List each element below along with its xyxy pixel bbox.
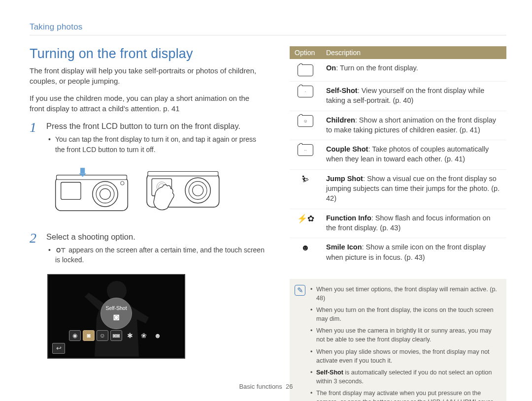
option-label: Smile Icon — [326, 243, 362, 251]
option-label: Jump Shot — [326, 175, 363, 183]
table-row: ☺Children: Show a short animation on the… — [290, 111, 506, 140]
step-bullet: You can tap the front display to turn it… — [48, 134, 266, 154]
option-description-cell: On: Turn on the front display. — [321, 59, 506, 82]
svg-rect-1 — [57, 175, 127, 180]
intro-paragraph-2: If you use the children mode, you can pl… — [30, 93, 266, 114]
bubble-label: Self-Shot — [105, 305, 127, 311]
note-icon: ✎ — [295, 285, 305, 296]
option-label: Couple Shot — [326, 145, 368, 153]
on-icon[interactable]: ◉ — [69, 330, 81, 341]
option-label: Function Info — [326, 214, 371, 222]
step-1: 1 Press the front LCD button to turn on … — [30, 121, 266, 156]
couple-shot-icon: ·· — [298, 144, 313, 156]
mode-icon-row: ◉◙☺◙◙✱❀☻ — [69, 330, 164, 341]
step-2: 2 Select a shooting option. O⊤ appears o… — [30, 231, 266, 267]
page-title: Turning on the front display — [30, 46, 266, 62]
option-label: On — [326, 64, 336, 72]
svg-rect-10 — [148, 171, 218, 176]
camera-tap-display-illustration — [141, 163, 230, 217]
table-row: On: Turn on the front display. — [290, 59, 506, 82]
table-row: ⚡✿Function Info: Show flash and focus in… — [290, 209, 506, 238]
svg-point-4 — [100, 188, 111, 199]
svg-rect-6 — [80, 168, 85, 173]
option-description-cell: Jump Shot: Show a visual cue on the fron… — [321, 169, 506, 209]
table-row: ⛷Jump Shot: Show a visual cue on the fro… — [290, 169, 506, 209]
back-button[interactable]: ↩ — [52, 343, 65, 354]
option-icon-cell: · — [290, 82, 321, 111]
note-item: When you turn on the front display, the … — [310, 306, 499, 323]
breadcrumb: Taking photos — [30, 22, 506, 32]
page-footer: Basic functions 26 — [0, 383, 532, 390]
table-row: ··Couple Shot: Take photos of couples au… — [290, 140, 506, 170]
option-description-cell: Self-Shot: View yourself on the front di… — [321, 82, 506, 111]
option-icon-cell: ⚡✿ — [290, 209, 321, 238]
option-icon-cell: ⛷ — [290, 169, 321, 209]
step-bullet: O⊤ appears on the screen after a certain… — [48, 245, 266, 265]
on-icon — [298, 64, 313, 76]
note-item: The front display may activate when you … — [310, 389, 499, 401]
table-header-option: Option — [290, 46, 321, 59]
step-number: 1 — [30, 121, 39, 156]
function-info-icon[interactable]: ❀ — [138, 330, 150, 341]
smile-icon: ☻ — [298, 242, 313, 254]
self-shot-icon[interactable]: ◙ — [83, 330, 95, 341]
step-title: Press the front LCD button to turn on th… — [46, 121, 266, 131]
option-description-cell: Children: Show a short animation on the … — [321, 111, 506, 140]
footer-section: Basic functions — [239, 383, 282, 390]
lock-key-icon: O⊤ — [55, 247, 66, 255]
table-row: ·Self-Shot: View yourself on the front d… — [290, 82, 506, 111]
table-header-description: Description — [321, 46, 506, 59]
note-item: When you play slide shows or movies, the… — [310, 347, 499, 365]
jump-shot-icon[interactable]: ✱ — [124, 330, 136, 341]
divider — [30, 35, 506, 35]
options-table: Option Description On: Turn on the front… — [290, 46, 506, 267]
camera-illustration-row — [47, 163, 266, 217]
option-description-cell: Couple Shot: Take photos of couples auto… — [321, 140, 506, 170]
self-shot-icon: · — [298, 86, 313, 97]
option-label: Children — [326, 116, 355, 124]
svg-point-13 — [193, 185, 203, 196]
option-description-cell: Function Info: Show flash and focus info… — [321, 209, 506, 238]
smile-icon[interactable]: ☻ — [152, 330, 164, 341]
step-title: Select a shooting option. — [46, 231, 266, 242]
option-icon-cell: ·· — [290, 140, 321, 170]
self-shot-bubble-icon: ◙ — [113, 312, 119, 322]
option-label: Self-Shot — [326, 87, 358, 94]
self-shot-bubble: Self-Shot ◙ — [100, 298, 132, 329]
svg-point-8 — [121, 182, 124, 185]
option-icon-cell: ☻ — [290, 238, 321, 267]
table-row: ☻Smile Icon: Show a smile icon on the fr… — [290, 238, 506, 267]
camera-press-button-illustration — [47, 163, 136, 217]
svg-rect-5 — [61, 182, 81, 199]
step-number: 2 — [30, 231, 39, 267]
option-description-cell: Smile Icon: Show a smile icon on the fro… — [321, 238, 506, 267]
note-item: When you use the camera in brightly lit … — [310, 326, 499, 344]
intro-paragraph-1: The front display will help you take sel… — [30, 65, 266, 86]
option-desc: : Turn on the front display. — [336, 64, 418, 72]
jump-shot-icon: ⛷ — [298, 174, 313, 185]
children-icon: ☺ — [298, 115, 313, 127]
couple-shot-icon[interactable]: ◙◙ — [110, 330, 122, 341]
note-item: When you set timer options, the front di… — [310, 285, 499, 303]
bullet-text: appears on the screen after a certain ti… — [55, 246, 265, 264]
footer-page-number: 26 — [286, 383, 293, 390]
lcd-screenshot: Self-Shot ◙ ◉◙☺◙◙✱❀☻ ↩ — [47, 274, 185, 359]
option-icon-cell — [290, 59, 321, 82]
function-info-icon: ⚡✿ — [298, 213, 313, 225]
option-icon-cell: ☺ — [290, 111, 321, 140]
children-icon[interactable]: ☺ — [97, 330, 108, 341]
